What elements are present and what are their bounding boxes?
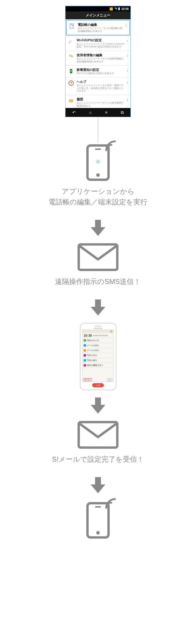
- caption-step-2: 遠隔操作指示のSMS送信！: [55, 276, 141, 287]
- wp-row-call[interactable]: 電話をかける: [82, 338, 114, 343]
- menu-desc: あんしんファミリーケータイの使用者情報の登録/編集/削除が出来ます: [77, 57, 124, 63]
- phonebook-icon: [69, 23, 75, 29]
- phone-notify-icon: [68, 68, 74, 74]
- signal-icon: [105, 498, 116, 509]
- menu-desc: あんしんファミリーケータイのWi-Fi ON/OFF設定、GPS ON/OFF設…: [77, 43, 124, 48]
- back-icon[interactable]: ↶: [72, 110, 76, 115]
- menu-item-wifi-gps[interactable]: Wi-Fi/GPSの設定 あんしんファミリーケータイのWi-Fi ON/OFF設…: [66, 36, 130, 51]
- phone-speaker: [94, 328, 102, 329]
- wp-date: 2013年9月13日(金): [93, 334, 108, 337]
- phone-brand: SoftBank: [94, 325, 102, 327]
- wrench-icon: [68, 38, 74, 45]
- menu-desc: あんしんファミリーケータイへの操作履歴が確認出来ます: [77, 102, 124, 107]
- menu-title: 新着通知の設定: [77, 68, 124, 72]
- svg-point-1: [69, 55, 71, 56]
- battery-icon: [118, 7, 120, 10]
- help-icon: ?: [68, 80, 74, 86]
- arrow-down-icon: [91, 398, 105, 414]
- nav-bar: ↶ ⌂ ≡ ⧉: [66, 108, 130, 117]
- wp-status-bar: 📶: [82, 330, 114, 333]
- envelope-icon: [78, 421, 118, 449]
- phone-icon-large: [82, 140, 114, 181]
- caption-step-1: アプリケーションから 電話帳の編集／端末設定を実行: [49, 186, 147, 207]
- settings-button[interactable]: 設定: [107, 378, 112, 381]
- wp-time: 10:30: [84, 334, 92, 337]
- menu-title: 使用者情報の編集: [77, 53, 124, 57]
- chevron-right-icon: ›: [127, 53, 128, 58]
- users-icon: [68, 53, 74, 60]
- menu-item-history[interactable]: 履歴 あんしんファミリーケータイへの操作履歴が確認出来ます ›: [66, 95, 130, 108]
- menu-item-notification[interactable]: 新着通知の設定 本アプリの通知音の設定が出来ます ›: [66, 66, 130, 78]
- wifi-icon: 📶: [109, 7, 113, 11]
- arrow-down-icon: [91, 220, 105, 236]
- chevron-right-icon: ›: [127, 80, 128, 85]
- caption-step-3: S!メールで設定完了を受信！: [52, 454, 144, 465]
- signal-icon: [114, 8, 117, 10]
- menu-item-user-info[interactable]: 使用者情報の編集 あんしんファミリーケータイの使用者情報の登録/編集/削除が出来…: [66, 51, 130, 66]
- apps-icon[interactable]: ⧉: [121, 110, 124, 115]
- chevron-right-icon: ›: [127, 68, 128, 73]
- wp-row-read-mail[interactable]: メールを読む: [82, 343, 114, 348]
- target-phone-mockup: SoftBank 📶 10:30 2013年9月13日(金) 電話をかける メー…: [80, 323, 116, 390]
- svg-point-2: [71, 55, 73, 57]
- signal-icon: [105, 140, 116, 152]
- arrow-down-icon: [91, 477, 105, 493]
- wp-row-send-mail[interactable]: メールを送る: [82, 348, 114, 353]
- connection-dot: [97, 160, 99, 163]
- envelope-icon: [78, 243, 118, 271]
- svg-text:?: ?: [70, 81, 72, 85]
- menu-desc: あんしんファミリーケータイ設定・登録アプリの使い方、基本的な手順などをご確認いた…: [77, 84, 124, 93]
- chevron-right-icon: ›: [127, 97, 128, 102]
- menu-title: 履歴: [77, 97, 124, 101]
- home-icon[interactable]: ⌂: [89, 110, 92, 115]
- title-bar: メインメニュー: [66, 11, 130, 19]
- status-bar: 📶 10:56: [66, 6, 130, 11]
- menu-list: 電話帳の編集 あんしんファミリーケータイの電話帳の登録/編集/削除が出来ます ›…: [66, 20, 130, 108]
- menu-title: Wi-Fi/GPSの設定: [77, 38, 124, 42]
- menu-item-help[interactable]: ? ヘルプ あんしんファミリーケータイ設定・登録アプリの使い方、基本的な手順など…: [66, 78, 130, 95]
- emergency-button[interactable]: 緊急電話: [84, 378, 92, 381]
- menu-title: 電話帳の編集: [78, 23, 123, 27]
- menu-item-phonebook[interactable]: 電話帳の編集 あんしんファミリーケータイの電話帳の登録/編集/削除が出来ます ›: [66, 20, 130, 35]
- chevron-right-icon: ›: [125, 23, 127, 28]
- svg-rect-4: [70, 70, 72, 72]
- arrow-down-icon: [91, 299, 105, 316]
- wp-row-tools[interactable]: 便利な機能を使う: [82, 363, 114, 368]
- main-menu-screenshot: 📶 10:56 メインメニュー 電話帳の編集 あんしんファミリーケータイの電話帳…: [65, 6, 131, 117]
- menu-desc: 本アプリの通知音の設定が出来ます: [77, 72, 124, 75]
- chevron-right-icon: ›: [127, 38, 128, 43]
- menu-title: ヘルプ: [77, 80, 124, 84]
- power-button[interactable]: 入/切: [92, 383, 104, 387]
- wp-row-view-photo[interactable]: 写真を見る: [82, 353, 114, 358]
- menu-desc: あんしんファミリーケータイの電話帳の登録/編集/削除が出来ます: [78, 27, 123, 32]
- menu-icon[interactable]: ≡: [105, 110, 107, 115]
- phone-icon-large: [82, 498, 114, 539]
- phone-screen: 📶 10:30 2013年9月13日(金) 電話をかける メールを読む メールを…: [82, 330, 114, 382]
- history-icon: [68, 97, 74, 104]
- connection-line: [98, 117, 98, 143]
- wp-row-take-photo[interactable]: 写真を撮る: [82, 358, 114, 363]
- clock: 10:56: [121, 7, 129, 11]
